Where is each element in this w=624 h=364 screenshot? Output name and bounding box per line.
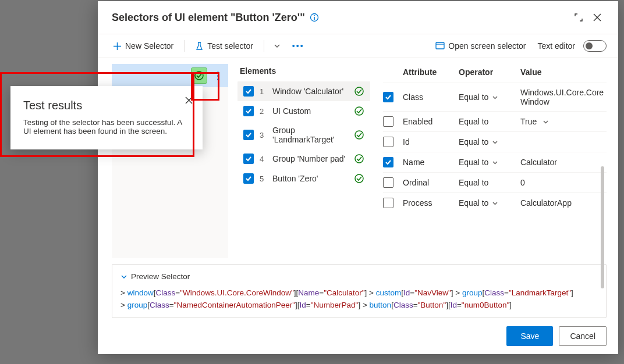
screen-icon [435, 42, 445, 50]
checkbox-icon[interactable] [243, 86, 254, 97]
attr-op: Equal to [459, 178, 488, 187]
element-row[interactable]: 4 Group 'Number pad' [237, 149, 370, 169]
check-circle-icon [354, 106, 364, 116]
toast-title: Test results [23, 99, 190, 112]
svg-point-10 [355, 174, 363, 183]
element-row[interactable]: 1 Window 'Calculator' [237, 81, 370, 101]
attr-name: Name [403, 158, 453, 167]
col-value: Value [520, 67, 607, 77]
separator [264, 40, 264, 52]
test-results-toast: Test results Testing of the selector has… [10, 86, 203, 149]
dialog-header: Selectors of UI element "Button 'Zero'" [98, 1, 618, 34]
check-circle-icon [354, 173, 364, 184]
plus-icon [113, 42, 122, 51]
attribute-row[interactable]: Name Equal to Calculator [383, 152, 607, 172]
element-row[interactable]: 3 Group 'LandmarkTarget' [237, 121, 370, 149]
svg-point-6 [355, 87, 363, 95]
attr-value[interactable]: 0 [520, 178, 607, 187]
element-label: Group 'Number pad' [272, 154, 348, 163]
checkbox-icon[interactable] [383, 116, 393, 127]
test-pass-icon [191, 67, 207, 84]
check-circle-icon [354, 86, 364, 97]
attr-op: Equal to [459, 137, 488, 147]
attr-value[interactable]: CalculatorApp [520, 198, 607, 208]
attr-value[interactable]: Windows.UI.Core.CoreWindow [520, 88, 607, 106]
attr-name: Enabled [403, 117, 453, 126]
expand-icon[interactable] [569, 8, 588, 27]
checkbox-icon[interactable] [243, 154, 254, 164]
selector-item[interactable] [112, 64, 228, 87]
chevron-down-icon[interactable] [492, 94, 498, 101]
attribute-row[interactable]: Ordinal Equal to 0 [383, 172, 607, 192]
element-label: UI Custom [272, 106, 348, 116]
save-button[interactable]: Save [506, 326, 553, 346]
dialog-footer: Save Cancel [98, 318, 618, 354]
cancel-button[interactable]: Cancel [559, 326, 607, 346]
element-index: 1 [260, 87, 267, 96]
element-row[interactable]: 2 UI Custom [237, 101, 370, 121]
checkbox-icon[interactable] [383, 157, 393, 167]
element-row[interactable]: 5 Button 'Zero' [237, 169, 370, 188]
checkbox-icon[interactable] [383, 177, 393, 188]
flask-icon [195, 42, 204, 51]
checkbox-icon[interactable] [243, 130, 254, 140]
attributes-pane: Attribute Operator Value Class Equal to … [381, 64, 607, 258]
col-operator: Operator [459, 67, 515, 77]
element-label: Button 'Zero' [272, 174, 348, 183]
preview-title: Preview Selector [131, 270, 190, 283]
check-circle-icon [354, 154, 364, 164]
attribute-row[interactable]: Class Equal to Windows.UI.Core.CoreWindo… [383, 83, 607, 111]
chevron-down-icon[interactable] [120, 273, 127, 280]
close-toast-icon[interactable] [182, 93, 196, 107]
new-selector-label: New Selector [125, 41, 173, 51]
element-index: 5 [260, 174, 267, 183]
elements-title: Elements [237, 64, 370, 81]
checkbox-icon[interactable] [243, 106, 254, 116]
more-icon[interactable]: ••• [290, 41, 307, 51]
attr-op: Equal to [459, 92, 488, 102]
attr-name: Process [403, 198, 453, 208]
element-index: 3 [260, 131, 267, 140]
info-icon[interactable] [310, 13, 319, 22]
attr-name: Id [403, 137, 453, 147]
svg-rect-2 [314, 17, 315, 20]
element-label: Group 'LandmarkTarget' [272, 126, 348, 144]
chevron-down-icon[interactable] [543, 119, 549, 125]
check-circle-icon [354, 130, 364, 140]
open-screen-selector-button[interactable]: Open screen selector [432, 39, 529, 53]
close-dialog-icon[interactable] [588, 8, 607, 27]
test-selector-button[interactable]: Test selector [192, 39, 257, 53]
checkbox-icon[interactable] [383, 198, 393, 208]
chevron-down-icon[interactable] [492, 200, 498, 206]
attribute-row[interactable]: Enabled Equal to True [383, 111, 607, 131]
element-index: 2 [260, 107, 267, 116]
attr-op: Equal to [459, 117, 488, 126]
attr-value[interactable]: True [520, 117, 537, 126]
attr-value[interactable]: Calculator [520, 158, 607, 167]
svg-point-7 [355, 107, 363, 115]
svg-point-9 [355, 155, 363, 163]
attr-name: Ordinal [403, 178, 453, 187]
svg-point-8 [355, 131, 363, 139]
chevron-down-icon[interactable] [492, 159, 498, 166]
scrollbar[interactable] [601, 166, 604, 288]
checkbox-icon[interactable] [243, 173, 254, 184]
toolbar: New Selector Test selector ••• Open scre… [98, 34, 618, 58]
text-editor-label: Text editor [537, 41, 575, 51]
selector-menu-icon[interactable] [212, 72, 224, 80]
checkbox-icon[interactable] [383, 92, 393, 102]
open-screen-label: Open screen selector [448, 41, 526, 51]
svg-point-1 [314, 15, 315, 16]
new-selector-button[interactable]: New Selector [109, 39, 177, 53]
element-label: Window 'Calculator' [272, 87, 348, 96]
elements-pane: Elements 1 Window 'Calculator' 2 UI Cust… [237, 64, 370, 258]
checkbox-icon[interactable] [383, 137, 393, 147]
text-editor-toggle[interactable] [583, 40, 607, 52]
toast-body: Testing of the selector has been success… [23, 118, 190, 135]
chevron-down-icon[interactable] [492, 139, 498, 145]
attribute-row[interactable]: Process Equal to CalculatorApp [383, 192, 607, 213]
preview-selector: Preview Selector > window[Class="Windows… [112, 264, 607, 318]
chevron-down-icon[interactable] [271, 40, 283, 52]
preview-code: > window[Class="Windows.UI.Core.CoreWind… [120, 287, 598, 312]
attribute-row[interactable]: Id Equal to [383, 131, 607, 152]
